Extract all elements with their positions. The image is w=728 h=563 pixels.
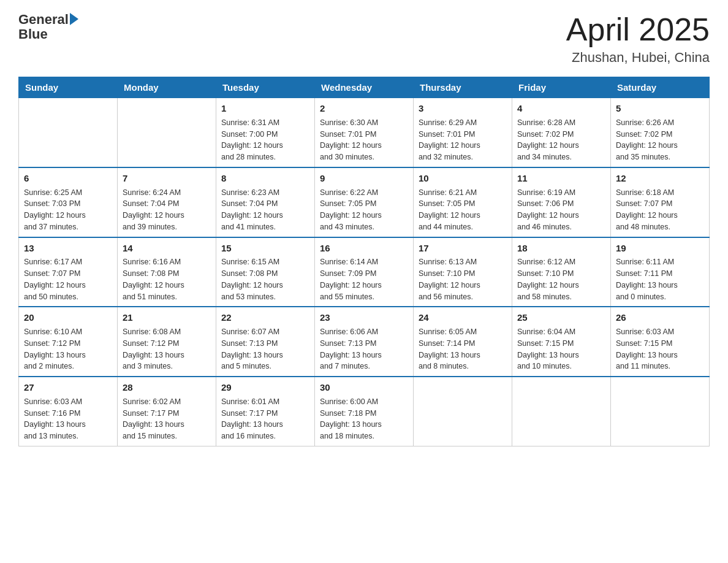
day-number: 13 xyxy=(24,242,112,255)
day-number: 10 xyxy=(419,172,507,185)
table-row: 23Sunrise: 6:06 AM Sunset: 7:13 PM Dayli… xyxy=(315,307,414,377)
day-info: Sunrise: 6:10 AM Sunset: 7:12 PM Dayligh… xyxy=(24,326,112,372)
calendar-week-row: 6Sunrise: 6:25 AM Sunset: 7:03 PM Daylig… xyxy=(19,167,710,237)
calendar-week-row: 27Sunrise: 6:03 AM Sunset: 7:16 PM Dayli… xyxy=(19,377,710,446)
day-info: Sunrise: 6:26 AM Sunset: 7:02 PM Dayligh… xyxy=(616,117,704,163)
table-row xyxy=(611,377,710,446)
day-number: 29 xyxy=(221,381,309,394)
day-number: 8 xyxy=(221,172,309,185)
day-info: Sunrise: 6:22 AM Sunset: 7:05 PM Dayligh… xyxy=(320,187,408,233)
table-row: 21Sunrise: 6:08 AM Sunset: 7:12 PM Dayli… xyxy=(118,307,216,377)
table-row: 7Sunrise: 6:24 AM Sunset: 7:04 PM Daylig… xyxy=(118,167,216,237)
day-number: 26 xyxy=(616,311,704,324)
day-number: 30 xyxy=(320,381,408,394)
table-row: 2Sunrise: 6:30 AM Sunset: 7:01 PM Daylig… xyxy=(315,98,414,167)
calendar-week-row: 13Sunrise: 6:17 AM Sunset: 7:07 PM Dayli… xyxy=(19,237,710,307)
day-number: 7 xyxy=(123,172,211,185)
day-number: 23 xyxy=(320,311,408,324)
day-info: Sunrise: 6:17 AM Sunset: 7:07 PM Dayligh… xyxy=(24,256,112,302)
day-info: Sunrise: 6:24 AM Sunset: 7:04 PM Dayligh… xyxy=(123,187,211,233)
table-row: 12Sunrise: 6:18 AM Sunset: 7:07 PM Dayli… xyxy=(611,167,710,237)
table-row: 17Sunrise: 6:13 AM Sunset: 7:10 PM Dayli… xyxy=(414,237,512,307)
day-number: 1 xyxy=(221,102,309,115)
table-row: 6Sunrise: 6:25 AM Sunset: 7:03 PM Daylig… xyxy=(19,167,118,237)
col-tuesday: Tuesday xyxy=(216,77,315,98)
day-number: 27 xyxy=(24,381,112,394)
table-row: 25Sunrise: 6:04 AM Sunset: 7:15 PM Dayli… xyxy=(512,307,611,377)
table-row xyxy=(118,98,216,167)
day-number: 22 xyxy=(221,311,309,324)
table-row: 8Sunrise: 6:23 AM Sunset: 7:04 PM Daylig… xyxy=(216,167,315,237)
day-info: Sunrise: 6:18 AM Sunset: 7:07 PM Dayligh… xyxy=(616,187,704,233)
calendar-table: Sunday Monday Tuesday Wednesday Thursday… xyxy=(18,77,710,446)
col-thursday: Thursday xyxy=(414,77,512,98)
col-sunday: Sunday xyxy=(19,77,118,98)
day-info: Sunrise: 6:12 AM Sunset: 7:10 PM Dayligh… xyxy=(517,256,605,302)
table-row: 24Sunrise: 6:05 AM Sunset: 7:14 PM Dayli… xyxy=(414,307,512,377)
day-number: 21 xyxy=(123,311,211,324)
col-friday: Friday xyxy=(512,77,611,98)
logo-icon: General Blue xyxy=(18,12,78,42)
table-row xyxy=(512,377,611,446)
table-row: 10Sunrise: 6:21 AM Sunset: 7:05 PM Dayli… xyxy=(414,167,512,237)
day-info: Sunrise: 6:03 AM Sunset: 7:15 PM Dayligh… xyxy=(616,326,704,372)
day-number: 16 xyxy=(320,242,408,255)
day-info: Sunrise: 6:13 AM Sunset: 7:10 PM Dayligh… xyxy=(419,256,507,302)
day-number: 6 xyxy=(24,172,112,185)
table-row: 22Sunrise: 6:07 AM Sunset: 7:13 PM Dayli… xyxy=(216,307,315,377)
month-year-title: April 2025 xyxy=(566,12,710,47)
day-info: Sunrise: 6:23 AM Sunset: 7:04 PM Dayligh… xyxy=(221,187,309,233)
day-info: Sunrise: 6:03 AM Sunset: 7:16 PM Dayligh… xyxy=(24,396,112,442)
day-number: 11 xyxy=(517,172,605,185)
table-row: 19Sunrise: 6:11 AM Sunset: 7:11 PM Dayli… xyxy=(611,237,710,307)
day-number: 12 xyxy=(616,172,704,185)
day-number: 9 xyxy=(320,172,408,185)
table-row: 5Sunrise: 6:26 AM Sunset: 7:02 PM Daylig… xyxy=(611,98,710,167)
day-number: 15 xyxy=(221,242,309,255)
day-number: 17 xyxy=(419,242,507,255)
day-info: Sunrise: 6:01 AM Sunset: 7:17 PM Dayligh… xyxy=(221,396,309,442)
day-number: 24 xyxy=(419,311,507,324)
day-info: Sunrise: 6:04 AM Sunset: 7:15 PM Dayligh… xyxy=(517,326,605,372)
day-info: Sunrise: 6:07 AM Sunset: 7:13 PM Dayligh… xyxy=(221,326,309,372)
table-row: 28Sunrise: 6:02 AM Sunset: 7:17 PM Dayli… xyxy=(118,377,216,446)
day-number: 2 xyxy=(320,102,408,115)
col-wednesday: Wednesday xyxy=(315,77,414,98)
table-row: 3Sunrise: 6:29 AM Sunset: 7:01 PM Daylig… xyxy=(414,98,512,167)
table-row: 27Sunrise: 6:03 AM Sunset: 7:16 PM Dayli… xyxy=(19,377,118,446)
table-row: 1Sunrise: 6:31 AM Sunset: 7:00 PM Daylig… xyxy=(216,98,315,167)
table-row: 11Sunrise: 6:19 AM Sunset: 7:06 PM Dayli… xyxy=(512,167,611,237)
day-number: 18 xyxy=(517,242,605,255)
day-info: Sunrise: 6:00 AM Sunset: 7:18 PM Dayligh… xyxy=(320,396,408,442)
day-number: 28 xyxy=(123,381,211,394)
day-info: Sunrise: 6:28 AM Sunset: 7:02 PM Dayligh… xyxy=(517,117,605,163)
day-info: Sunrise: 6:30 AM Sunset: 7:01 PM Dayligh… xyxy=(320,117,408,163)
day-info: Sunrise: 6:11 AM Sunset: 7:11 PM Dayligh… xyxy=(616,256,704,302)
day-info: Sunrise: 6:29 AM Sunset: 7:01 PM Dayligh… xyxy=(419,117,507,163)
table-row: 29Sunrise: 6:01 AM Sunset: 7:17 PM Dayli… xyxy=(216,377,315,446)
calendar-body: 1Sunrise: 6:31 AM Sunset: 7:00 PM Daylig… xyxy=(19,98,710,446)
table-row: 16Sunrise: 6:14 AM Sunset: 7:09 PM Dayli… xyxy=(315,237,414,307)
logo-arrow-icon xyxy=(70,13,78,25)
day-number: 14 xyxy=(123,242,211,255)
table-row xyxy=(414,377,512,446)
day-number: 19 xyxy=(616,242,704,255)
day-info: Sunrise: 6:14 AM Sunset: 7:09 PM Dayligh… xyxy=(320,256,408,302)
table-row: 15Sunrise: 6:15 AM Sunset: 7:08 PM Dayli… xyxy=(216,237,315,307)
table-row: 9Sunrise: 6:22 AM Sunset: 7:05 PM Daylig… xyxy=(315,167,414,237)
day-info: Sunrise: 6:31 AM Sunset: 7:00 PM Dayligh… xyxy=(221,117,309,163)
day-number: 3 xyxy=(419,102,507,115)
table-row: 30Sunrise: 6:00 AM Sunset: 7:18 PM Dayli… xyxy=(315,377,414,446)
title-area: April 2025 Zhushan, Hubei, China xyxy=(566,12,710,66)
day-number: 20 xyxy=(24,311,112,324)
col-saturday: Saturday xyxy=(611,77,710,98)
table-row: 13Sunrise: 6:17 AM Sunset: 7:07 PM Dayli… xyxy=(19,237,118,307)
location-subtitle: Zhushan, Hubei, China xyxy=(566,50,710,66)
day-info: Sunrise: 6:06 AM Sunset: 7:13 PM Dayligh… xyxy=(320,326,408,372)
day-info: Sunrise: 6:16 AM Sunset: 7:08 PM Dayligh… xyxy=(123,256,211,302)
logo: General Blue xyxy=(18,12,78,42)
page-header: General Blue April 2025 Zhushan, Hubei, … xyxy=(18,12,710,66)
calendar-header: Sunday Monday Tuesday Wednesday Thursday… xyxy=(19,77,710,98)
table-row: 18Sunrise: 6:12 AM Sunset: 7:10 PM Dayli… xyxy=(512,237,611,307)
table-row: 4Sunrise: 6:28 AM Sunset: 7:02 PM Daylig… xyxy=(512,98,611,167)
